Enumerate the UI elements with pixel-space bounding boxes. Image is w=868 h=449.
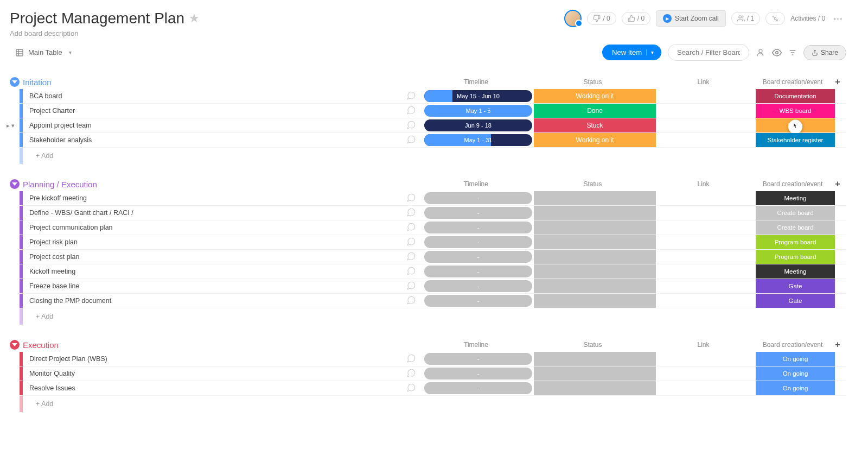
board-description-input[interactable]: Add board description <box>10 29 200 37</box>
add-column-button[interactable]: + <box>832 77 843 87</box>
row-menu-icon[interactable]: ▸ ▾ <box>7 122 15 129</box>
item-name[interactable]: Pre kickoff meeting <box>23 192 406 204</box>
event-cell[interactable]: Documentation <box>756 89 835 103</box>
item-name[interactable]: Freeze base line <box>23 280 406 292</box>
add-column-button[interactable]: + <box>832 179 843 189</box>
chat-icon[interactable] <box>406 222 416 233</box>
event-cell[interactable]: WBS board <box>756 104 835 118</box>
status-cell[interactable] <box>534 366 656 381</box>
timeline-cell[interactable]: - <box>423 235 534 249</box>
event-cell[interactable]: Gate <box>756 294 835 308</box>
chat-icon[interactable] <box>406 368 416 380</box>
event-cell[interactable]: On going <box>756 352 835 366</box>
chat-icon[interactable] <box>406 237 416 248</box>
item-name[interactable]: Project Charter <box>23 105 406 117</box>
activities-label[interactable]: Activities / 0 <box>790 15 825 22</box>
col-header-timeline[interactable]: Timeline <box>420 78 532 86</box>
timeline-cell[interactable]: - <box>423 206 534 220</box>
share-button[interactable]: Share <box>803 45 846 60</box>
filter-icon[interactable] <box>788 48 797 57</box>
add-row[interactable]: + Add <box>20 396 846 412</box>
more-menu-icon[interactable]: ··· <box>831 15 846 23</box>
add-row[interactable]: + Add <box>20 308 846 325</box>
event-cell[interactable]: Meeting <box>756 264 835 279</box>
event-cell[interactable]: Program board <box>756 250 835 264</box>
status-cell[interactable] <box>534 235 656 249</box>
status-cell[interactable]: Done <box>534 104 656 118</box>
add-column-button[interactable]: + <box>832 340 843 350</box>
event-cell[interactable]: On going <box>756 381 835 395</box>
col-header-status[interactable]: Status <box>532 341 654 349</box>
start-zoom-button[interactable]: ▶ Start Zoom call <box>656 10 726 27</box>
chat-icon[interactable] <box>406 120 416 131</box>
col-header-status[interactable]: Status <box>532 180 654 188</box>
event-cell[interactable]: Gate <box>756 279 835 293</box>
col-header-timeline[interactable]: Timeline <box>420 341 532 349</box>
group-name[interactable]: Execution <box>23 340 59 350</box>
item-name[interactable]: Stakeholder analysis <box>23 134 406 146</box>
status-cell[interactable]: Working on it <box>534 133 656 147</box>
integrations-button[interactable] <box>765 12 785 25</box>
thumbs-down-button[interactable]: / 0 <box>587 12 616 25</box>
event-cell[interactable]: Links <box>756 118 835 132</box>
user-avatar[interactable] <box>564 10 582 27</box>
col-header-event[interactable]: Board creation/event <box>753 78 832 86</box>
status-cell[interactable] <box>534 191 656 205</box>
timeline-cell[interactable]: Jun 9 - 18 <box>423 118 534 132</box>
group-name[interactable]: Initation <box>23 78 52 87</box>
chat-icon[interactable] <box>406 193 416 204</box>
favorite-star-icon[interactable]: ★ <box>189 11 200 26</box>
chat-icon[interactable] <box>406 251 416 263</box>
chat-icon[interactable] <box>406 105 416 117</box>
col-header-event[interactable]: Board creation/event <box>753 341 832 349</box>
chat-icon[interactable] <box>406 91 416 102</box>
people-button[interactable]: / 1 <box>731 12 760 25</box>
timeline-cell[interactable]: - <box>423 191 534 205</box>
status-cell[interactable] <box>534 381 656 395</box>
timeline-cell[interactable]: - <box>423 352 534 366</box>
status-cell[interactable]: Stuck <box>534 118 656 132</box>
thumbs-up-button[interactable]: / 0 <box>622 12 650 25</box>
col-header-link[interactable]: Link <box>654 341 753 349</box>
timeline-cell[interactable]: - <box>423 366 534 381</box>
search-input[interactable] <box>668 44 749 61</box>
timeline-cell[interactable]: May 1 - 31 <box>423 133 534 147</box>
group-name[interactable]: Planning / Execution <box>23 180 97 189</box>
timeline-cell[interactable]: - <box>423 381 534 395</box>
chat-icon[interactable] <box>406 135 416 146</box>
group-collapse-toggle[interactable] <box>10 179 20 189</box>
new-item-button[interactable]: New Item ▾ <box>602 45 661 60</box>
item-name[interactable]: Project communication plan <box>23 222 406 233</box>
event-cell[interactable]: Create board <box>756 220 835 235</box>
item-name[interactable]: Resolve Issues <box>23 382 406 394</box>
item-name[interactable]: Kickoff meeting <box>23 265 406 277</box>
col-header-link[interactable]: Link <box>654 78 753 86</box>
status-cell[interactable] <box>534 220 656 235</box>
chat-icon[interactable] <box>406 295 416 307</box>
chat-icon[interactable] <box>406 207 416 219</box>
col-header-timeline[interactable]: Timeline <box>420 180 532 188</box>
timeline-cell[interactable]: May 1 - 5 <box>423 104 534 118</box>
chat-icon[interactable] <box>406 353 416 365</box>
item-name[interactable]: Project risk plan <box>23 236 406 248</box>
event-cell[interactable]: On going <box>756 366 835 381</box>
status-cell[interactable] <box>534 250 656 264</box>
timeline-cell[interactable]: - <box>423 294 534 308</box>
status-cell[interactable]: Working on it <box>534 89 656 103</box>
chat-icon[interactable] <box>406 383 416 394</box>
item-name[interactable]: BCA board <box>23 90 406 102</box>
item-name[interactable]: Direct Project Plan (WBS) <box>23 353 406 365</box>
timeline-cell[interactable]: May 15 - Jun 10 <box>423 89 534 103</box>
item-name[interactable]: Closing the PMP document <box>23 295 406 307</box>
status-cell[interactable] <box>534 352 656 366</box>
timeline-cell[interactable]: - <box>423 264 534 279</box>
event-cell[interactable]: Program board <box>756 235 835 249</box>
chat-icon[interactable] <box>406 281 416 292</box>
add-row[interactable]: + Add <box>20 148 846 164</box>
event-cell[interactable]: Create board <box>756 206 835 220</box>
col-header-link[interactable]: Link <box>654 180 753 188</box>
col-header-status[interactable]: Status <box>532 78 654 86</box>
eye-icon[interactable] <box>772 48 782 58</box>
timeline-cell[interactable]: - <box>423 250 534 264</box>
new-item-dropdown-icon[interactable]: ▾ <box>646 49 654 55</box>
